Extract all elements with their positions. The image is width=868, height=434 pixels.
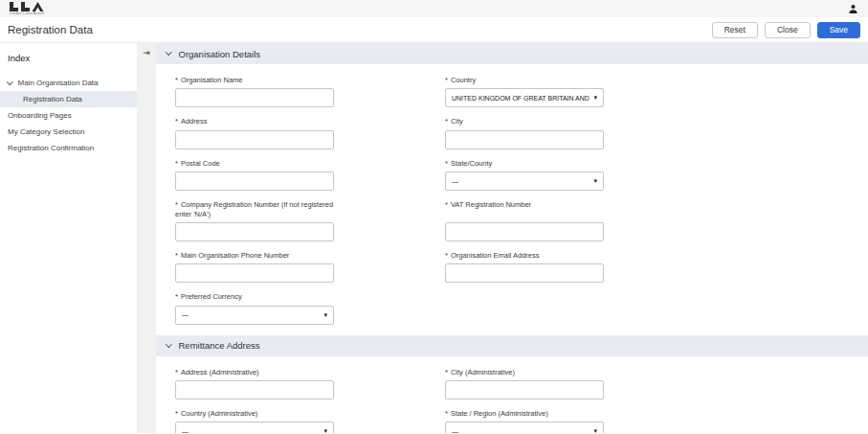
lla-logo-icon	[10, 2, 44, 11]
field-remit-country: *Country (Administrative) — ▾	[175, 409, 334, 433]
preferred-currency-select[interactable]: — ▾	[175, 306, 334, 325]
reset-button[interactable]: Reset	[712, 22, 758, 38]
chevron-down-icon	[7, 79, 12, 84]
postal-code-input[interactable]	[175, 171, 334, 191]
field-postal-code: *Postal Code	[175, 159, 334, 191]
dropdown-caret-icon: ▾	[593, 94, 597, 102]
field-remit-state: *State / Region (Administrative) — ▾	[445, 409, 604, 433]
field-label: *State/County	[445, 159, 604, 168]
field-state-county: *State/County — ▾	[445, 159, 604, 191]
field-city: *City	[445, 117, 604, 148]
select-value: —	[452, 178, 458, 185]
field-label: *Main Organisation Phone Number	[175, 251, 334, 260]
lla-logo: London Luton Airport	[10, 2, 45, 16]
administrative-state-region-select[interactable]: — ▾	[445, 422, 604, 433]
sidebar-title: Index	[0, 53, 137, 63]
body: Index Main Organisation Data Registratio…	[0, 43, 868, 433]
chevron-down-icon	[166, 49, 171, 55]
dropdown-caret-icon: ▾	[593, 177, 597, 185]
required-asterisk: *	[175, 368, 178, 377]
administrative-country-select[interactable]: — ▾	[175, 422, 334, 433]
field-label: *Address	[175, 117, 334, 126]
required-asterisk: *	[445, 117, 448, 126]
sidebar-item-label: Registration Confirmation	[8, 144, 94, 152]
sidebar-item-label: Main Organisation Data	[18, 79, 99, 87]
sidebar-item-registration-confirmation[interactable]: Registration Confirmation	[0, 140, 137, 156]
required-asterisk: *	[445, 409, 448, 418]
user-icon	[848, 4, 858, 14]
required-asterisk: *	[175, 292, 178, 301]
section-header-organisation-details[interactable]: Organisation Details	[156, 43, 868, 64]
country-select[interactable]: UNITED KINGDOM OF GREAT BRITAIN AND NORT…	[445, 88, 604, 107]
required-asterisk: *	[445, 159, 448, 168]
form-row: *Address *City	[175, 117, 868, 148]
field-label: *Country (Administrative)	[175, 409, 334, 418]
main-organisation-phone-number-input[interactable]	[175, 263, 334, 283]
section-title: Organisation Details	[179, 49, 261, 59]
field-remit-address: *Address (Administrative)	[175, 368, 334, 400]
required-asterisk: *	[175, 251, 178, 260]
user-menu-button[interactable]	[848, 4, 858, 14]
required-asterisk: *	[175, 76, 178, 84]
save-button[interactable]: Save	[817, 22, 860, 38]
required-asterisk: *	[175, 409, 178, 418]
field-label: *Preferred Currency	[175, 292, 334, 301]
section-title: Remittance Address	[179, 340, 260, 351]
sidebar: Index Main Organisation Data Registratio…	[0, 43, 137, 433]
required-asterisk: *	[445, 200, 448, 209]
sidebar-item-main-organisation-data[interactable]: Main Organisation Data	[0, 75, 137, 91]
administrative-city-input[interactable]	[445, 380, 604, 400]
required-asterisk: *	[445, 368, 448, 377]
field-label: *VAT Registration Number	[445, 200, 604, 209]
empty-cell	[445, 292, 604, 324]
required-asterisk: *	[445, 251, 448, 260]
address-input[interactable]	[175, 130, 334, 149]
section-header-remittance-address[interactable]: Remittance Address	[156, 335, 868, 356]
field-label: *City	[445, 117, 604, 126]
required-asterisk: *	[175, 117, 178, 126]
field-label: *Organisation Name	[175, 76, 334, 84]
page-header: Registration Data Reset Close Save	[0, 17, 868, 43]
main-content: Organisation Details *Organisation Name …	[156, 43, 868, 433]
select-value: —	[182, 311, 189, 318]
select-value: UNITED KINGDOM OF GREAT BRITAIN AND NORT…	[452, 95, 590, 102]
field-organisation-email-address: *Organisation Email Address	[445, 251, 604, 283]
dropdown-caret-icon: ▾	[593, 427, 597, 433]
field-country: *Country UNITED KINGDOM OF GREAT BRITAIN…	[445, 76, 604, 107]
section-body-organisation-details: *Organisation Name *Country UNITED KINGD…	[156, 64, 868, 325]
organisation-email-address-input[interactable]	[445, 263, 604, 283]
field-address: *Address	[175, 117, 334, 148]
form-row: *Company Registration Number (if not reg…	[175, 200, 868, 241]
field-label: *State / Region (Administrative)	[445, 409, 604, 418]
company-registration-number-input[interactable]	[175, 222, 334, 241]
sidebar-item-registration-data[interactable]: Registration Data	[0, 91, 137, 107]
sidebar-item-label: Registration Data	[23, 95, 82, 103]
chevron-down-icon	[166, 341, 171, 347]
field-remit-city: *City (Administrative)	[445, 368, 604, 400]
required-asterisk: *	[175, 200, 178, 209]
vat-registration-number-input[interactable]	[445, 222, 604, 241]
form-row: *Postal Code *State/County — ▾	[175, 159, 868, 191]
field-label: *Postal Code	[175, 159, 334, 168]
administrative-address-input[interactable]	[175, 380, 334, 400]
city-input[interactable]	[445, 130, 604, 149]
organisation-name-input[interactable]	[175, 88, 334, 107]
required-asterisk: *	[445, 76, 448, 84]
sidebar-item-label: Onboarding Pages	[8, 111, 72, 120]
field-company-registration-number: *Company Registration Number (if not reg…	[175, 200, 334, 241]
form-row: *Organisation Name *Country UNITED KINGD…	[175, 76, 868, 107]
collapse-sidebar-icon[interactable]: ⇥	[143, 49, 150, 433]
field-label: *Country	[445, 76, 604, 84]
field-organisation-name: *Organisation Name	[175, 76, 334, 107]
select-value: —	[452, 428, 458, 433]
sidebar-item-onboarding-pages[interactable]: Onboarding Pages	[0, 107, 137, 124]
field-label: *Address (Administrative)	[175, 368, 334, 377]
sidebar-item-my-category-selection[interactable]: My Category Selection	[0, 124, 137, 140]
field-main-organisation-phone-number: *Main Organisation Phone Number	[175, 251, 334, 283]
field-vat-registration-number: *VAT Registration Number	[445, 200, 604, 241]
logo-caption: London Luton Airport	[10, 12, 45, 16]
state-county-select[interactable]: — ▾	[445, 171, 604, 191]
form-row: *Country (Administrative) — ▾ *State / R…	[175, 409, 868, 433]
close-button[interactable]: Close	[765, 22, 811, 38]
form-row: *Preferred Currency — ▾	[175, 292, 868, 324]
